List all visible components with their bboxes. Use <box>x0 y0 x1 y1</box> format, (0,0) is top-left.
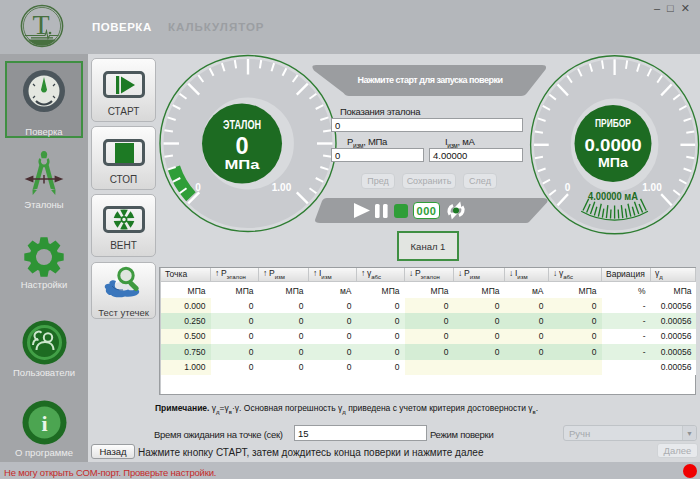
svg-text:МПа: МПа <box>225 157 261 172</box>
svg-text:ЭТАЛОН: ЭТАЛОН <box>223 117 261 132</box>
svg-text:0: 0 <box>235 133 248 159</box>
svg-text:МПа: МПа <box>598 156 629 170</box>
svg-text:ПРИБОР: ПРИБОР <box>595 117 631 129</box>
svg-text:1.00: 1.00 <box>642 182 662 193</box>
svg-text:0: 0 <box>565 182 571 193</box>
svg-text:1.00: 1.00 <box>272 182 292 193</box>
svg-text:0.0000: 0.0000 <box>585 136 642 154</box>
svg-text:0: 0 <box>195 182 201 193</box>
svg-text:4.00000 мА: 4.00000 мА <box>588 190 638 202</box>
